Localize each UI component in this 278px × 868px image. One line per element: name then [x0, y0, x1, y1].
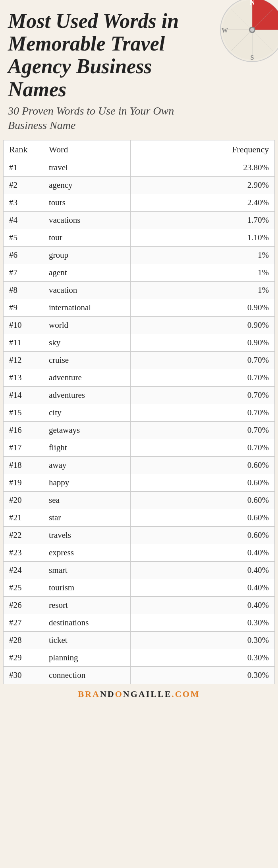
table-row: #18away0.60% — [4, 456, 275, 474]
word-cell: international — [43, 299, 131, 316]
frequency-cell: 0.90% — [131, 299, 275, 316]
rank-cell: #9 — [4, 299, 43, 316]
table-row: #13adventure0.70% — [4, 369, 275, 386]
frequency-cell: 0.70% — [131, 369, 275, 386]
table-row: #25tourism0.40% — [4, 579, 275, 596]
rank-cell: #24 — [4, 561, 43, 579]
word-cell: tour — [43, 229, 131, 246]
frequency-cell: 1% — [131, 246, 275, 264]
table-row: #16getaways0.70% — [4, 421, 275, 439]
word-cell: adventure — [43, 369, 131, 386]
rank-cell: #28 — [4, 631, 43, 649]
rank-cell: #4 — [4, 211, 43, 229]
rank-cell: #20 — [4, 491, 43, 509]
frequency-cell: 0.60% — [131, 491, 275, 509]
word-cell: cruise — [43, 351, 131, 369]
rank-cell: #23 — [4, 544, 43, 561]
frequency-cell: 1% — [131, 264, 275, 281]
rank-cell: #3 — [4, 194, 43, 211]
frequency-cell: 0.60% — [131, 474, 275, 491]
frequency-cell: 0.70% — [131, 439, 275, 456]
footer-brand: BRANDONGAILLE.COM — [0, 684, 278, 706]
word-cell: group — [43, 246, 131, 264]
rank-cell: #19 — [4, 474, 43, 491]
table-row: #20sea0.60% — [4, 491, 275, 509]
word-cell: agent — [43, 264, 131, 281]
word-cell: tours — [43, 194, 131, 211]
table-header-row: Rank Word Frequency — [4, 140, 275, 159]
rank-cell: #15 — [4, 404, 43, 421]
rank-cell: #16 — [4, 421, 43, 439]
word-cell: connection — [43, 666, 131, 684]
rank-cell: #21 — [4, 509, 43, 526]
rank-cell: #6 — [4, 246, 43, 264]
frequency-cell: 0.70% — [131, 351, 275, 369]
table-row: #22travels0.60% — [4, 526, 275, 544]
words-table: Rank Word Frequency #1travel23.80%#2agen… — [3, 140, 275, 684]
table-row: #24smart0.40% — [4, 561, 275, 579]
word-cell: flight — [43, 439, 131, 456]
frequency-cell: 0.30% — [131, 614, 275, 631]
table-row: #8vacation1% — [4, 281, 275, 299]
word-cell: sky — [43, 334, 131, 351]
header-section: Most Used Words in Memorable Travel Agen… — [0, 0, 278, 137]
word-cell: destinations — [43, 614, 131, 631]
table-row: #6group1% — [4, 246, 275, 264]
table-row: #12cruise0.70% — [4, 351, 275, 369]
word-cell: planning — [43, 649, 131, 666]
table-row: #23express0.40% — [4, 544, 275, 561]
word-cell: tourism — [43, 579, 131, 596]
frequency-cell: 0.90% — [131, 316, 275, 334]
word-cell: smart — [43, 561, 131, 579]
table-row: #14adventures0.70% — [4, 386, 275, 404]
table-row: #4vacations1.70% — [4, 211, 275, 229]
table-row: #30connection0.30% — [4, 666, 275, 684]
frequency-cell: 2.90% — [131, 176, 275, 194]
frequency-cell: 0.70% — [131, 386, 275, 404]
word-cell: world — [43, 316, 131, 334]
table-section: Rank Word Frequency #1travel23.80%#2agen… — [0, 140, 278, 684]
frequency-cell: 0.30% — [131, 631, 275, 649]
frequency-cell: 0.60% — [131, 509, 275, 526]
word-cell: city — [43, 404, 131, 421]
word-cell: getaways — [43, 421, 131, 439]
word-cell: adventures — [43, 386, 131, 404]
rank-cell: #5 — [4, 229, 43, 246]
table-row: #11sky0.90% — [4, 334, 275, 351]
table-row: #21star0.60% — [4, 509, 275, 526]
frequency-cell: 0.90% — [131, 334, 275, 351]
table-row: #10world0.90% — [4, 316, 275, 334]
rank-cell: #18 — [4, 456, 43, 474]
frequency-cell: 0.70% — [131, 421, 275, 439]
rank-cell: #7 — [4, 264, 43, 281]
table-row: #2agency2.90% — [4, 176, 275, 194]
table-row: #26resort0.40% — [4, 596, 275, 614]
rank-cell: #26 — [4, 596, 43, 614]
rank-cell: #27 — [4, 614, 43, 631]
main-title: Most Used Words in Memorable Travel Agen… — [8, 10, 214, 101]
frequency-cell: 0.40% — [131, 561, 275, 579]
word-cell: travels — [43, 526, 131, 544]
subtitle: 30 Proven Words to Use in Your Own Busin… — [8, 104, 214, 133]
frequency-cell: 1.10% — [131, 229, 275, 246]
table-row: #3tours2.40% — [4, 194, 275, 211]
rank-cell: #30 — [4, 666, 43, 684]
table-row: #1travel23.80% — [4, 159, 275, 176]
word-cell: away — [43, 456, 131, 474]
frequency-cell: 2.40% — [131, 194, 275, 211]
frequency-column-header: Frequency — [131, 140, 275, 159]
rank-cell: #2 — [4, 176, 43, 194]
compass-icon: N E S W — [218, 0, 278, 64]
frequency-cell: 0.40% — [131, 579, 275, 596]
rank-column-header: Rank — [4, 140, 43, 159]
word-column-header: Word — [43, 140, 131, 159]
word-cell: ticket — [43, 631, 131, 649]
frequency-cell: 1% — [131, 281, 275, 299]
table-row: #7agent1% — [4, 264, 275, 281]
table-row: #27destinations0.30% — [4, 614, 275, 631]
rank-cell: #11 — [4, 334, 43, 351]
table-row: #15city0.70% — [4, 404, 275, 421]
table-row: #28ticket0.30% — [4, 631, 275, 649]
frequency-cell: 0.70% — [131, 404, 275, 421]
table-row: #17flight0.70% — [4, 439, 275, 456]
